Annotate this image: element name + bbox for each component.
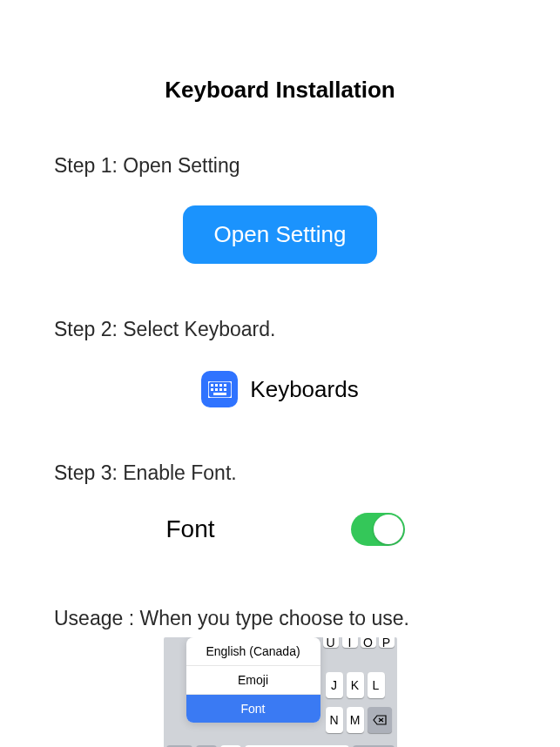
- font-toggle-switch[interactable]: [351, 513, 405, 546]
- svg-rect-2: [215, 384, 218, 387]
- open-setting-button[interactable]: Open Setting: [183, 205, 378, 264]
- keyboard-menu-item-selected[interactable]: Font: [186, 695, 320, 723]
- key-l[interactable]: L: [368, 672, 385, 698]
- key-n[interactable]: N: [326, 707, 343, 733]
- step2-label: Step 2: Select Keyboard.: [54, 318, 560, 341]
- key-backspace[interactable]: [368, 707, 392, 733]
- backspace-icon: [373, 715, 387, 725]
- svg-rect-7: [219, 388, 222, 391]
- step1-label: Step 1: Open Setting: [54, 154, 560, 178]
- svg-rect-3: [219, 384, 222, 387]
- svg-rect-1: [211, 384, 213, 387]
- keyboard-menu-item[interactable]: Emoji: [186, 666, 320, 695]
- font-toggle-label: Font: [166, 515, 215, 543]
- usage-label: Useage : When you type choose to use.: [54, 607, 560, 630]
- key-i[interactable]: I: [342, 637, 358, 648]
- keyboards-row[interactable]: Keyboards: [0, 371, 560, 407]
- key-k[interactable]: K: [347, 672, 364, 698]
- key-j[interactable]: J: [326, 672, 343, 698]
- keyboard-icon: [201, 371, 238, 407]
- toggle-knob: [374, 515, 403, 544]
- svg-rect-9: [213, 393, 226, 395]
- key-m[interactable]: M: [347, 707, 364, 733]
- key-p[interactable]: P: [379, 637, 395, 648]
- svg-rect-4: [224, 384, 226, 387]
- keyboards-text: Keyboards: [250, 376, 358, 403]
- svg-rect-5: [211, 388, 213, 391]
- keyboard-menu-item[interactable]: English (Canada): [186, 637, 320, 666]
- key-o[interactable]: O: [361, 637, 376, 648]
- keyboard-preview: U I O P J K L N M English (Canada) Emoji…: [164, 637, 397, 747]
- svg-rect-6: [215, 388, 218, 391]
- keyboard-language-menu: English (Canada) Emoji Font: [186, 637, 320, 723]
- step3-label: Step 3: Enable Font.: [54, 461, 560, 485]
- svg-rect-8: [224, 388, 226, 391]
- page-title: Keyboard Installation: [0, 0, 560, 104]
- key-u[interactable]: U: [323, 637, 339, 648]
